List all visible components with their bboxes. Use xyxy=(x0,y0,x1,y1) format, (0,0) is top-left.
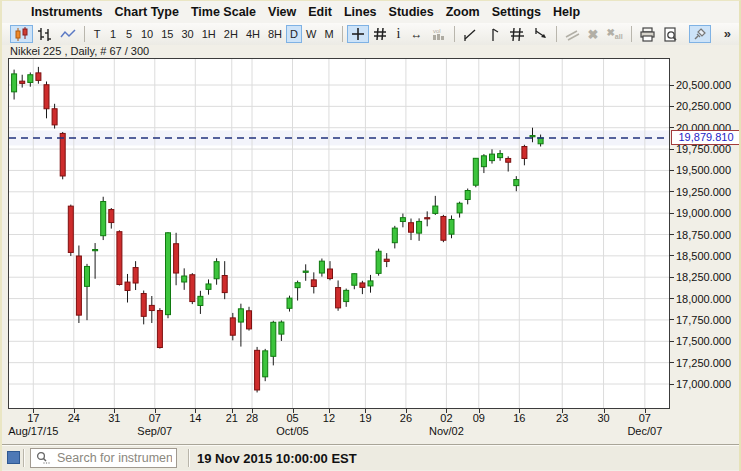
price-axis-label: 18,000.000 xyxy=(669,292,731,305)
trend-line-icon xyxy=(463,27,478,42)
time-axis-label: 07 xyxy=(149,412,161,424)
time-axis-month-label: Sep/07 xyxy=(137,425,172,437)
print-button[interactable] xyxy=(636,25,659,43)
timeframe-10-button[interactable]: 10 xyxy=(137,25,157,43)
menu-time-scale[interactable]: Time Scale xyxy=(185,3,262,21)
time-axis-month-label: Oct/05 xyxy=(276,425,308,437)
parallel-lines-button[interactable] xyxy=(561,25,584,43)
timeframe-daily-button[interactable]: D xyxy=(286,25,302,43)
menu-lines[interactable]: Lines xyxy=(338,3,383,21)
search-box xyxy=(30,448,177,468)
price-axis-label: 18,750.000 xyxy=(669,228,731,241)
status-bar: 19 Nov 2015 10:00:00 EST xyxy=(2,444,739,470)
menu-zoom[interactable]: Zoom xyxy=(440,3,486,21)
menu-help[interactable]: Help xyxy=(547,3,586,21)
candlestick-chart-button[interactable] xyxy=(10,25,33,43)
time-axis-month-label: Dec/07 xyxy=(627,425,662,437)
toolbar-overflow-button[interactable]: » xyxy=(724,26,731,41)
scroll-mode-button[interactable]: ↔ xyxy=(407,25,427,43)
time-axis-label: 28 xyxy=(246,412,258,424)
menu-settings[interactable]: Settings xyxy=(486,3,547,21)
current-time-label: 19 Nov 2015 10:00:00 EST xyxy=(197,451,357,466)
instrument-color-swatch[interactable] xyxy=(7,451,20,464)
candlestick-icon xyxy=(14,27,29,42)
time-axis-month-label: Aug/17/15 xyxy=(8,425,58,437)
time-axis-label: 12 xyxy=(323,412,335,424)
time-axis-label: 23 xyxy=(556,412,568,424)
time-axis-label: 17 xyxy=(27,412,39,424)
time-axis-label: 24 xyxy=(68,412,80,424)
timeframe-30-button[interactable]: 30 xyxy=(178,25,198,43)
toolbar-separator xyxy=(454,26,455,42)
timeframe-weekly-button[interactable]: W xyxy=(302,25,320,43)
search-input[interactable] xyxy=(30,448,177,468)
price-axis-label: 17,000.000 xyxy=(669,378,731,391)
time-axis-label: 05 xyxy=(286,412,298,424)
time-axis-label: 26 xyxy=(400,412,412,424)
info-icon: i xyxy=(397,27,401,41)
vertical-line-tool-button[interactable] xyxy=(482,25,505,43)
toolbar-separator xyxy=(84,26,85,42)
pin-icon xyxy=(693,27,707,41)
price-axis-label: 18,250.000 xyxy=(669,271,731,284)
info-button[interactable]: i xyxy=(391,25,407,43)
parallel-lines-icon xyxy=(565,27,580,42)
timeframe-4h-button[interactable]: 4H xyxy=(242,25,264,43)
time-axis-label: 07 xyxy=(639,412,651,424)
menu-edit[interactable]: Edit xyxy=(302,3,338,21)
time-axis-label: 14 xyxy=(189,412,201,424)
delete-button[interactable]: ✖ xyxy=(584,25,603,43)
channel-tool-button[interactable] xyxy=(505,25,529,43)
print-preview-icon xyxy=(663,27,678,42)
timeframe-5-button[interactable]: 5 xyxy=(121,25,137,43)
delete-icon: ✖ xyxy=(588,28,599,41)
volume-button[interactable]: vol xyxy=(427,25,450,43)
time-axis-label: 16 xyxy=(513,412,525,424)
ray-tool-button[interactable] xyxy=(529,25,552,43)
ray-icon xyxy=(533,27,548,42)
time-axis-label: 21 xyxy=(226,412,238,424)
timeframe-1h-button[interactable]: 1H xyxy=(198,25,220,43)
timeframe-monthly-button[interactable]: M xyxy=(320,25,337,43)
vertical-line-icon xyxy=(486,27,501,42)
line-chart-button[interactable] xyxy=(56,25,80,43)
chart-plot[interactable] xyxy=(8,58,670,409)
horizontal-arrows-icon: ↔ xyxy=(411,28,423,40)
menu-studies[interactable]: Studies xyxy=(383,3,440,21)
timeframe-1-button[interactable]: 1 xyxy=(105,25,121,43)
price-axis-label: 18,500.000 xyxy=(669,249,731,262)
search-icon xyxy=(35,451,51,465)
charting-application: Instruments Chart Type Time Scale View E… xyxy=(0,0,741,471)
timeframe-8h-button[interactable]: 8H xyxy=(264,25,286,43)
menu-view[interactable]: View xyxy=(262,3,302,21)
pin-toolbar-button[interactable] xyxy=(689,25,711,43)
time-axis-month-label: Nov/02 xyxy=(429,425,464,437)
timeframe-2h-button[interactable]: 2H xyxy=(220,25,242,43)
grid-button[interactable] xyxy=(369,25,391,43)
timeframe-tick-button[interactable]: T xyxy=(89,25,105,43)
chart-title: Nikkei 225 , Daily, # 67 / 300 xyxy=(10,45,149,57)
delete-all-button[interactable]: ✖all xyxy=(602,25,626,43)
toolbar-separator xyxy=(631,26,632,42)
grid-icon xyxy=(373,27,387,41)
time-axis-label: 31 xyxy=(108,412,120,424)
print-preview-button[interactable] xyxy=(659,25,682,43)
price-axis-label: 17,250.000 xyxy=(669,356,731,369)
price-axis-label: 17,750.000 xyxy=(669,313,731,326)
print-icon xyxy=(640,27,655,42)
price-axis-label: 19,000.000 xyxy=(669,207,731,220)
price-axis-label: 19,250.000 xyxy=(669,185,731,198)
menu-instruments[interactable]: Instruments xyxy=(25,3,109,21)
time-axis-label: 19 xyxy=(359,412,371,424)
trend-line-tool-button[interactable] xyxy=(459,25,482,43)
ohlc-bars-chart-button[interactable] xyxy=(33,25,56,43)
menu-chart-type[interactable]: Chart Type xyxy=(109,3,185,21)
price-axis-label: 17,500.000 xyxy=(669,335,731,348)
timeframe-15-button[interactable]: 15 xyxy=(157,25,177,43)
crosshair-button[interactable] xyxy=(347,25,369,43)
time-axis-label: 30 xyxy=(597,412,609,424)
statusbar-separator xyxy=(23,449,24,467)
time-axis-label: 02 xyxy=(440,412,452,424)
channel-icon xyxy=(509,27,525,42)
toolbar-separator xyxy=(342,26,343,42)
